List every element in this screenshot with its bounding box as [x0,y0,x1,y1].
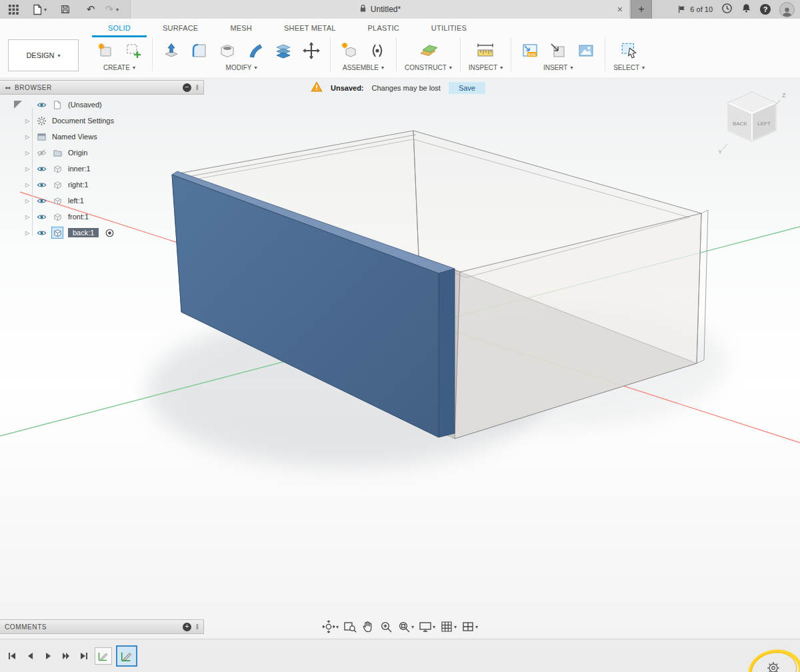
tree-item-document-settings[interactable]: ▷ Document Settings [0,113,204,129]
expand-arrow-icon[interactable]: ▷ [24,166,31,172]
visibility-eye-icon[interactable] [36,211,47,222]
viewports-caret-icon[interactable]: ▾ [475,624,478,630]
step-forward-icon[interactable] [61,651,71,661]
viewcube-left-label[interactable]: LEFT [757,121,771,127]
tab-surface[interactable]: SURFACE [147,19,214,37]
visibility-eye-icon[interactable] [36,195,47,206]
viewport[interactable]: Unsaved: Changes may be lost Save ◂◂ BRO… [0,77,800,639]
tree-item-origin[interactable]: ▷ Origin [0,145,204,161]
document-tab[interactable]: Untitled* × [130,0,630,19]
visibility-eye-icon[interactable] [36,179,47,190]
job-status[interactable]: 6 of 10 [677,5,713,14]
step-back-icon[interactable] [25,651,35,661]
tab-utilities[interactable]: UTILITIES [415,19,483,37]
expand-comments-icon[interactable]: + [183,623,191,631]
history-clock-icon[interactable] [721,3,733,17]
fit-tool[interactable]: ▾ [397,620,414,633]
tree-item-root[interactable]: (Unsaved) [0,97,204,113]
skip-to-start-icon[interactable] [7,651,17,661]
tree-item-front[interactable]: ▷ front:1 [0,209,204,225]
tree-item-back-selected[interactable]: ▷ back:1 [0,225,204,241]
timeline-sketch-feature-selected[interactable] [116,645,137,667]
press-pull-icon[interactable] [161,40,182,61]
draft-icon[interactable] [245,40,266,61]
tree-item-right[interactable]: ▷ right:1 [0,177,204,193]
construct-dropdown[interactable]: CONSTRUCT ▾ [405,64,452,71]
display-settings-tool[interactable]: ▾ [419,620,435,633]
back-panel-end-face[interactable] [439,269,455,437]
viewcube-back-label[interactable]: BACK [733,121,747,127]
expand-arrow-icon[interactable]: ▷ [24,198,31,204]
grid-snaps-caret-icon[interactable]: ▾ [454,624,457,630]
minimize-panel-icon[interactable]: − [183,83,191,92]
modify-dropdown[interactable]: MODIFY ▾ [226,64,257,71]
new-component-icon[interactable] [339,40,360,61]
tree-item-left[interactable]: ▷ left:1 [0,193,204,209]
create-dropdown[interactable]: CREATE ▾ [103,64,135,71]
expand-arrow-icon[interactable]: ▷ [24,118,31,124]
zoom-tool[interactable] [379,620,393,633]
collapse-panel-icon[interactable]: ◂◂ [5,85,10,91]
viewports-tool[interactable]: ▾ [461,620,478,633]
look-at-tool[interactable] [343,620,357,633]
create-sketch-icon[interactable] [95,40,116,61]
save-button[interactable]: Save [449,82,485,94]
file-menu-icon[interactable] [29,1,45,17]
expand-arrow-icon[interactable]: ▷ [24,230,31,236]
save-icon[interactable] [57,1,73,17]
measure-icon[interactable] [475,40,496,61]
panel-grip-icon[interactable]: ‖ [196,623,199,631]
orbit-tool[interactable]: ▾ [322,620,339,633]
workspace-selector[interactable]: DESIGN ▾ [8,39,79,71]
close-tab-icon[interactable]: × [617,0,623,19]
browser-header[interactable]: ◂◂ BROWSER − ‖ [0,80,204,95]
visibility-eye-icon[interactable] [36,227,47,238]
undo-icon[interactable]: ↶ [83,1,99,17]
new-tab-button[interactable]: + [631,0,652,19]
tab-sheet-metal[interactable]: SHEET METAL [268,19,352,37]
visibility-off-eye-icon[interactable] [36,147,47,158]
joint-icon[interactable] [367,40,388,61]
create-form-icon[interactable] [123,40,144,61]
avatar[interactable] [779,2,795,17]
shell-icon[interactable] [217,40,238,61]
offset-face-icon[interactable] [273,40,294,61]
tab-mesh[interactable]: MESH [214,19,268,37]
construct-plane-icon[interactable] [417,40,439,61]
insert-svg-icon[interactable]: SVG [519,40,541,61]
inspect-dropdown[interactable]: INSPECT ▾ [469,64,503,71]
timeline-sketch-feature[interactable] [95,647,112,665]
skip-to-end-icon[interactable] [79,651,89,661]
assemble-dropdown[interactable]: ASSEMBLE ▾ [343,64,384,71]
decal-icon[interactable] [547,40,569,61]
visibility-eye-icon[interactable] [36,163,47,174]
pan-tool[interactable] [361,620,375,633]
tree-item-named-views[interactable]: ▷ Named Views [0,129,204,145]
redo-icon[interactable]: ↷ [101,1,117,17]
panel-grip-icon[interactable]: ‖ [196,84,199,91]
move-copy-icon[interactable] [301,40,322,61]
comments-header[interactable]: COMMENTS + ‖ [0,619,204,634]
expand-arrow-icon[interactable]: ▷ [24,182,31,188]
fillet-icon[interactable] [189,40,210,61]
grid-snaps-tool[interactable]: ▾ [440,620,457,633]
file-menu-caret-icon[interactable]: ▾ [44,7,47,13]
tab-plastic[interactable]: PLASTIC [352,19,415,37]
orbit-caret-icon[interactable]: ▾ [336,624,339,630]
notifications-bell-icon[interactable] [741,3,751,16]
fit-caret-icon[interactable]: ▾ [411,624,414,630]
canvas-icon[interactable] [575,40,597,61]
expand-arrow-icon[interactable]: ▷ [24,214,31,220]
expand-arrow-icon[interactable]: ▷ [24,150,31,156]
select-dropdown[interactable]: SELECT ▾ [613,64,645,71]
insert-dropdown[interactable]: INSERT ▾ [543,64,573,71]
help-icon[interactable]: ? [760,4,771,15]
activate-component-radio-icon[interactable] [104,227,115,238]
tab-solid[interactable]: SOLID [92,19,147,37]
redo-caret-icon[interactable]: ▾ [116,7,119,13]
expand-arrow-icon[interactable]: ▷ [24,134,31,140]
app-grid-icon[interactable] [5,1,21,17]
tree-item-inner[interactable]: ▷ inner:1 [0,161,204,177]
select-icon[interactable] [619,40,640,61]
display-settings-caret-icon[interactable]: ▾ [433,624,435,630]
